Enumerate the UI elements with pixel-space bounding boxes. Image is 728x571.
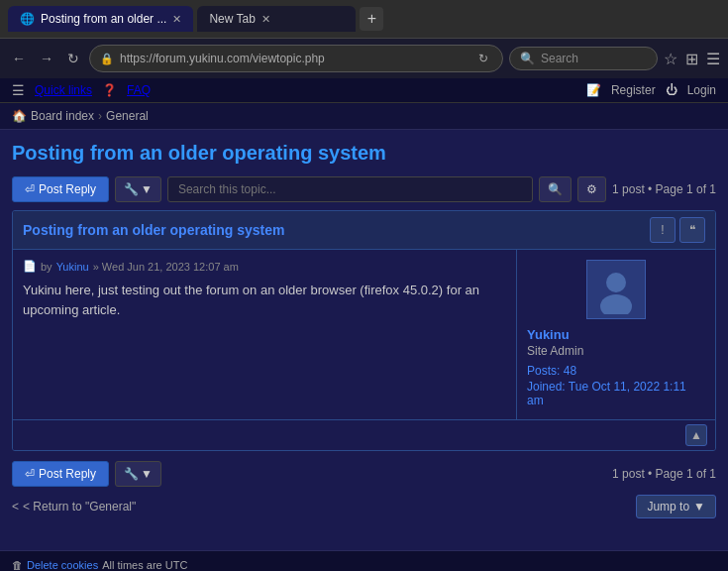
return-label: < Return to "General" [23,500,136,514]
trash-icon: 🗑 [12,559,23,571]
post-title: Posting from an older operating system [23,222,285,238]
faq-link[interactable]: FAQ [127,83,151,97]
refresh-icon[interactable]: ↻ [474,50,492,67]
user-role: Site Admin [527,344,583,358]
jump-to-button[interactable]: Jump to ▼ [636,495,716,518]
browser-bar: ← → ↻ 🔒 https://forum.yukinu.com/viewtop… [0,38,728,78]
jump-to-label: Jump to [647,500,689,514]
post-container: Posting from an older operating system !… [12,210,716,451]
post-reply-icon: ⏎ [25,182,35,196]
browser-actions: ☆ ⊞ ☰ [664,50,720,68]
search-bar[interactable]: 🔍 Search [509,47,658,70]
tools-icon: 🔧 [124,182,139,196]
scroll-top-button[interactable]: ▲ [685,424,707,446]
return-link[interactable]: < < Return to "General" [12,500,136,514]
post-body: 📄 by Yukinu » Wed Jun 21, 2023 12:07 am … [13,250,715,419]
forward-button[interactable]: → [36,49,57,68]
register-icon: 📝 [586,83,601,97]
times-label: All times are UTC [102,559,187,571]
return-section: < < Return to "General" Jump to ▼ [12,495,716,518]
login-icon: ⏻ [666,83,677,97]
post-content: 📄 by Yukinu » Wed Jun 21, 2023 12:07 am … [13,250,517,419]
search-placeholder: Search [541,52,578,65]
general-link[interactable]: General [106,109,149,123]
search-icon: 🔍 [520,52,535,65]
post-reply-bottom-label: Post Reply [39,467,96,481]
post-text: Yukinu here, just testing out the forum … [23,281,506,319]
extensions-icon[interactable]: ⊞ [685,50,698,68]
browser-tabs: 🌐 Posting from an older ... ✕ New Tab ✕ … [8,6,383,32]
active-tab[interactable]: 🌐 Posting from an older ... ✕ [8,6,193,32]
new-tab-label: New Tab [209,12,255,26]
register-link[interactable]: Register [611,83,656,97]
post-meta: 📄 by Yukinu » Wed Jun 21, 2023 12:07 am [23,260,506,273]
user-name: Yukinu [527,327,570,342]
breadcrumb: 🏠 Board index › General [0,103,728,130]
avatar-image [591,265,641,314]
search-topic-button[interactable]: 🔍 [539,176,572,202]
post-footer: ▲ [13,419,715,450]
svg-point-1 [606,273,626,292]
top-bar-right: 📝 Register ⏻ Login [586,83,716,97]
report-button[interactable]: ! [650,217,676,243]
top-toolbar: ⏎ Post Reply 🔧 ▼ 🔍 ⚙ 1 post • Page 1 of … [12,176,716,202]
advanced-search-button[interactable]: ⚙ [577,176,606,202]
tools-button-top[interactable]: 🔧 ▼ [115,176,161,202]
reload-button[interactable]: ↻ [63,49,83,68]
tab-favicon: 🌐 [20,12,35,26]
tab-close-button[interactable]: ✕ [172,13,181,26]
delete-cookies-link[interactable]: Delete cookies [27,559,98,571]
post-meta-by: by [41,261,52,273]
browser-chrome: 🌐 Posting from an older ... ✕ New Tab ✕ … [0,0,728,38]
bottom-pagination: 1 post • Page 1 of 1 [612,467,716,481]
footer-bar: 🗑 Delete cookies All times are UTC [12,559,716,571]
post-meta-date: » Wed Jun 21, 2023 12:07 am [93,261,239,273]
bookmark-icon[interactable]: ☆ [664,50,677,68]
post-header: Posting from an older operating system !… [13,211,715,250]
avatar [586,260,646,319]
add-tab-button[interactable]: + [360,7,383,31]
back-button[interactable]: ← [8,49,30,68]
forum-body: ☰ Quick links ❓ FAQ 📝 Register ⏻ Login 🏠… [0,78,728,571]
url-text: https://forum.yukinu.com/viewtopic.php [120,52,325,65]
user-joined: Joined: Tue Oct 11, 2022 1:11 am [527,380,705,407]
url-bar[interactable]: 🔒 https://forum.yukinu.com/viewtopic.php… [89,45,503,72]
top-bar-left: ☰ Quick links ❓ FAQ [12,82,151,98]
post-sidebar: Yukinu Site Admin Posts: 48 Joined: Tue … [517,250,715,419]
breadcrumb-separator: › [98,109,102,123]
login-link[interactable]: Login [687,83,716,97]
lock-icon: 🔒 [100,53,114,65]
hamburger-icon[interactable]: ☰ [12,82,25,98]
return-arrow: < [12,500,19,514]
quote-button[interactable]: ❝ [679,217,705,243]
forum-footer: 🗑 Delete cookies All times are UTC Power… [0,550,728,571]
menu-icon[interactable]: ☰ [706,50,720,68]
post-reply-label: Post Reply [39,182,96,196]
board-index-link[interactable]: Board index [31,109,94,123]
top-pagination: 1 post • Page 1 of 1 [612,182,716,196]
top-nav-bar: ☰ Quick links ❓ FAQ 📝 Register ⏻ Login [0,78,728,103]
tools-button-bottom[interactable]: 🔧 ▼ [115,461,161,487]
quick-links-menu[interactable]: Quick links [35,83,92,97]
post-reply-bottom-icon: ⏎ [25,467,35,481]
user-posts: Posts: 48 [527,364,576,378]
faq-icon: ❓ [102,83,117,97]
home-icon: 🏠 [12,109,27,123]
toolbar-group: ⏎ Post Reply 🔧 ▼ 🔍 ⚙ [12,176,606,202]
post-reply-button-bottom[interactable]: ⏎ Post Reply [12,461,109,487]
tools-bottom-icon: 🔧 [124,467,139,481]
search-topic-input[interactable] [167,176,533,202]
jump-to-arrow: ▼ [693,500,705,514]
new-tab[interactable]: New Tab ✕ [197,6,356,32]
post-icon: 📄 [23,260,37,273]
delete-cookies-section: 🗑 Delete cookies All times are UTC [12,559,187,571]
post-author-link[interactable]: Yukinu [56,261,89,273]
post-reply-button-top[interactable]: ⏎ Post Reply [12,176,109,202]
tab-label: Posting from an older ... [41,12,166,26]
page-content: Posting from an older operating system ⏎… [0,130,728,550]
tools-dropdown-icon: ▼ [141,182,153,196]
page-title: Posting from an older operating system [12,142,716,165]
bottom-toolbar: ⏎ Post Reply 🔧 ▼ 1 post • Page 1 of 1 [12,461,716,487]
new-tab-close-button[interactable]: ✕ [261,13,270,26]
post-actions-top: ! ❝ [650,217,705,243]
